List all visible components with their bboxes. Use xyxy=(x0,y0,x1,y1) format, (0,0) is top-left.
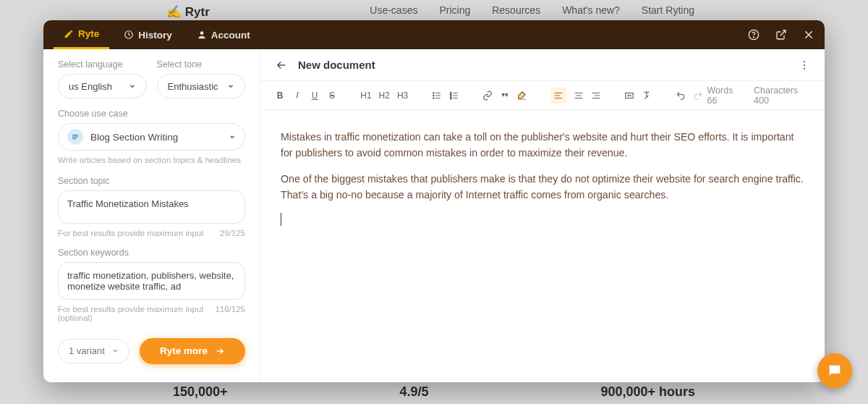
usecase-icon xyxy=(67,129,83,145)
usecase-label: Choose use case xyxy=(58,109,245,119)
tab-account[interactable]: Account xyxy=(187,20,260,49)
ryte-more-button[interactable]: Ryte more xyxy=(140,338,245,364)
usecase-select[interactable]: Blog Section Writing xyxy=(58,123,245,151)
chevron-down-icon xyxy=(129,83,136,90)
paragraph[interactable]: Mistakes in traffic monetization can tak… xyxy=(281,129,804,161)
pen-icon xyxy=(64,29,74,39)
clock-icon xyxy=(124,30,134,40)
usecase-hint: Write articles based on section topics &… xyxy=(58,155,245,166)
help-icon[interactable] xyxy=(748,29,760,41)
quote-button[interactable] xyxy=(500,88,510,104)
bg-stats: 150,000+4.9/5900,000+ hours xyxy=(0,384,868,400)
align-left-button[interactable] xyxy=(550,88,566,104)
keywords-hint: For best results provide maximum input (… xyxy=(58,305,215,322)
topic-hint: For best results provide maximum input xyxy=(58,229,203,237)
keywords-counter: 116/125 xyxy=(215,305,245,322)
svg-point-6 xyxy=(804,67,805,69)
highlight-button[interactable] xyxy=(517,88,527,104)
doc-menu-button[interactable] xyxy=(799,59,810,71)
chevron-down-icon xyxy=(112,348,119,354)
variant-select[interactable]: 1 variant xyxy=(58,339,129,363)
svg-point-8 xyxy=(433,95,434,96)
doc-title[interactable]: New document xyxy=(298,59,375,71)
strike-button[interactable]: S xyxy=(327,88,337,104)
lang-select[interactable]: us English xyxy=(58,74,147,98)
toolbar: B I U S H1 H2 H3 123 xyxy=(260,81,825,110)
svg-point-7 xyxy=(433,92,434,93)
fullwidth-button[interactable] xyxy=(624,88,634,104)
external-link-icon[interactable] xyxy=(775,29,787,41)
tab-ryte[interactable]: Ryte xyxy=(54,20,109,49)
redo-button[interactable] xyxy=(693,88,703,104)
bullet-list-button[interactable] xyxy=(432,88,442,104)
svg-point-3 xyxy=(753,37,754,38)
h2-button[interactable]: H2 xyxy=(379,88,390,104)
chat-fab[interactable] xyxy=(817,353,852,388)
bg-nav: Use-casesPricingResourcesWhat's new?Star… xyxy=(370,4,694,16)
char-count: Characters 400 xyxy=(754,85,810,106)
topic-label: Section topic xyxy=(58,176,245,186)
svg-point-1 xyxy=(200,31,203,35)
editor-area[interactable]: Mistakes in traffic monetization can tak… xyxy=(260,110,825,382)
svg-point-4 xyxy=(804,61,805,62)
align-center-button[interactable] xyxy=(574,88,584,104)
keywords-input[interactable] xyxy=(58,262,245,300)
topic-input[interactable] xyxy=(58,190,245,224)
topic-counter: 29/125 xyxy=(220,229,245,237)
h1-button[interactable]: H1 xyxy=(360,88,371,104)
svg-text:3: 3 xyxy=(450,96,451,99)
back-button[interactable] xyxy=(275,59,288,72)
ordered-list-button[interactable]: 123 xyxy=(449,88,459,104)
close-icon[interactable] xyxy=(803,29,814,41)
link-button[interactable] xyxy=(482,88,493,104)
underline-button[interactable]: U xyxy=(310,88,320,104)
app-modal: Ryte History Account xyxy=(43,20,825,382)
tab-history[interactable]: History xyxy=(114,20,182,49)
sidebar: Select language us English Select tone E… xyxy=(43,49,260,382)
chevron-down-icon xyxy=(227,83,234,90)
paragraph[interactable]: One of the biggest mistakes that publish… xyxy=(281,171,804,203)
svg-point-5 xyxy=(804,64,805,65)
user-icon xyxy=(197,30,207,40)
editor-pane: New document B I U S H1 H2 H3 xyxy=(260,49,825,382)
chevron-down-icon xyxy=(229,133,236,140)
h3-button[interactable]: H3 xyxy=(397,88,408,104)
lang-label: Select language xyxy=(58,59,147,70)
bg-logo: ✍️ Rytr xyxy=(166,4,210,20)
text-cursor xyxy=(281,213,281,226)
word-count: Words 66 xyxy=(707,85,743,106)
bold-button[interactable]: B xyxy=(275,88,285,104)
topbar: Ryte History Account xyxy=(43,20,825,49)
italic-button[interactable]: I xyxy=(292,88,302,104)
keywords-label: Section keywords xyxy=(58,248,245,258)
clear-format-button[interactable] xyxy=(642,88,652,104)
undo-button[interactable] xyxy=(676,88,686,104)
svg-point-9 xyxy=(433,97,434,98)
tone-select[interactable]: Enthusiastic xyxy=(157,74,246,98)
align-right-button[interactable] xyxy=(591,88,601,104)
tone-label: Select tone xyxy=(157,59,246,70)
